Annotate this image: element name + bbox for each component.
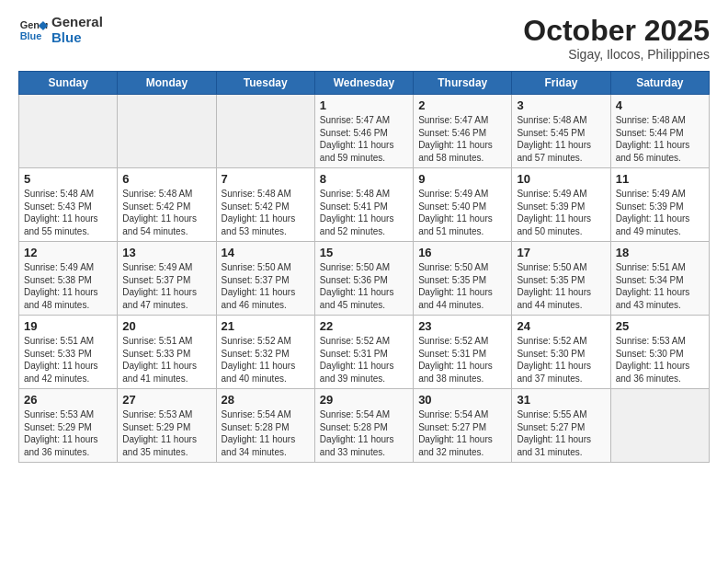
calendar-cell: 13Sunrise: 5:49 AMSunset: 5:37 PMDayligh… [118,242,216,316]
weekday-header-monday: Monday [118,72,216,95]
calendar-cell: 31Sunrise: 5:55 AMSunset: 5:27 PMDayligh… [512,389,610,463]
calendar-week-4: 19Sunrise: 5:51 AMSunset: 5:33 PMDayligh… [19,316,710,389]
calendar-cell: 3Sunrise: 5:48 AMSunset: 5:45 PMDaylight… [512,95,610,168]
day-number: 24 [517,319,605,333]
day-number: 30 [418,393,506,407]
day-number: 13 [122,246,210,259]
calendar-week-1: 1Sunrise: 5:47 AMSunset: 5:46 PMDaylight… [19,95,710,168]
cell-info: Sunrise: 5:49 AMSunset: 5:37 PMDaylight:… [122,261,210,311]
cell-info: Sunrise: 5:52 AMSunset: 5:32 PMDaylight:… [222,335,310,385]
day-number: 12 [24,246,112,259]
cell-info: Sunrise: 5:50 AMSunset: 5:37 PMDaylight:… [222,261,310,311]
calendar-cell: 2Sunrise: 5:47 AMSunset: 5:46 PMDaylight… [414,95,512,168]
cell-info: Sunrise: 5:51 AMSunset: 5:33 PMDaylight:… [122,335,210,385]
calendar-cell: 21Sunrise: 5:52 AMSunset: 5:32 PMDayligh… [216,316,314,389]
weekday-header-row: SundayMondayTuesdayWednesdayThursdayFrid… [19,72,710,95]
cell-info: Sunrise: 5:50 AMSunset: 5:35 PMDaylight:… [418,261,506,311]
calendar-cell: 26Sunrise: 5:53 AMSunset: 5:29 PMDayligh… [19,389,118,463]
day-number: 29 [320,393,408,407]
weekday-header-friday: Friday [512,72,610,95]
cell-info: Sunrise: 5:54 AMSunset: 5:28 PMDaylight:… [320,408,408,458]
calendar-week-5: 26Sunrise: 5:53 AMSunset: 5:29 PMDayligh… [19,389,710,463]
calendar-cell: 27Sunrise: 5:53 AMSunset: 5:29 PMDayligh… [118,389,216,463]
weekday-header-sunday: Sunday [19,72,118,95]
cell-info: Sunrise: 5:53 AMSunset: 5:29 PMDaylight:… [122,408,210,458]
calendar-cell [19,95,118,168]
calendar-cell: 14Sunrise: 5:50 AMSunset: 5:37 PMDayligh… [216,242,314,316]
svg-text:Blue: Blue [20,30,42,41]
calendar-cell: 28Sunrise: 5:54 AMSunset: 5:28 PMDayligh… [216,389,314,463]
calendar-cell [118,95,216,168]
calendar-cell: 22Sunrise: 5:52 AMSunset: 5:31 PMDayligh… [314,316,413,389]
cell-info: Sunrise: 5:51 AMSunset: 5:34 PMDaylight:… [616,261,704,311]
calendar-cell: 12Sunrise: 5:49 AMSunset: 5:38 PMDayligh… [19,242,118,316]
day-number: 31 [517,393,605,407]
calendar-cell: 11Sunrise: 5:49 AMSunset: 5:39 PMDayligh… [610,168,709,242]
cell-info: Sunrise: 5:48 AMSunset: 5:44 PMDaylight:… [616,114,704,164]
day-number: 28 [222,393,310,407]
weekday-header-wednesday: Wednesday [314,72,413,95]
day-number: 1 [320,98,408,112]
day-number: 7 [222,172,310,186]
calendar-cell: 4Sunrise: 5:48 AMSunset: 5:44 PMDaylight… [610,95,709,168]
cell-info: Sunrise: 5:54 AMSunset: 5:27 PMDaylight:… [418,408,506,458]
day-number: 18 [616,246,704,259]
calendar-cell [610,389,709,463]
day-number: 2 [418,98,506,112]
calendar-cell: 1Sunrise: 5:47 AMSunset: 5:46 PMDaylight… [314,95,413,168]
calendar-cell: 25Sunrise: 5:53 AMSunset: 5:30 PMDayligh… [610,316,709,389]
day-number: 11 [616,172,704,186]
logo-icon: General Blue [18,17,48,43]
calendar-cell: 5Sunrise: 5:48 AMSunset: 5:43 PMDaylight… [19,168,118,242]
calendar-cell: 16Sunrise: 5:50 AMSunset: 5:35 PMDayligh… [414,242,512,316]
calendar-table: SundayMondayTuesdayWednesdayThursdayFrid… [18,71,710,463]
calendar-cell: 29Sunrise: 5:54 AMSunset: 5:28 PMDayligh… [314,389,413,463]
month-title: October 2025 [523,15,710,47]
weekday-header-tuesday: Tuesday [216,72,314,95]
cell-info: Sunrise: 5:48 AMSunset: 5:42 PMDaylight:… [122,188,210,237]
cell-info: Sunrise: 5:51 AMSunset: 5:33 PMDaylight:… [24,335,112,385]
day-number: 23 [418,319,506,333]
cell-info: Sunrise: 5:52 AMSunset: 5:30 PMDaylight:… [517,335,605,385]
cell-info: Sunrise: 5:52 AMSunset: 5:31 PMDaylight:… [418,335,506,385]
cell-info: Sunrise: 5:50 AMSunset: 5:36 PMDaylight:… [320,261,408,311]
calendar-cell: 18Sunrise: 5:51 AMSunset: 5:34 PMDayligh… [610,242,709,316]
day-number: 10 [517,172,605,186]
calendar-cell: 10Sunrise: 5:49 AMSunset: 5:39 PMDayligh… [512,168,610,242]
calendar-cell: 23Sunrise: 5:52 AMSunset: 5:31 PMDayligh… [414,316,512,389]
day-number: 20 [122,319,210,333]
day-number: 4 [616,98,704,112]
calendar-week-3: 12Sunrise: 5:49 AMSunset: 5:38 PMDayligh… [19,242,710,316]
calendar-cell: 9Sunrise: 5:49 AMSunset: 5:40 PMDaylight… [414,168,512,242]
day-number: 6 [122,172,210,186]
calendar-cell: 20Sunrise: 5:51 AMSunset: 5:33 PMDayligh… [118,316,216,389]
title-block: October 2025 Sigay, Ilocos, Philippines [523,15,710,62]
header: General Blue General Blue October 2025 S… [18,15,710,62]
cell-info: Sunrise: 5:48 AMSunset: 5:41 PMDaylight:… [320,188,408,237]
calendar-cell: 30Sunrise: 5:54 AMSunset: 5:27 PMDayligh… [414,389,512,463]
calendar-cell: 8Sunrise: 5:48 AMSunset: 5:41 PMDaylight… [314,168,413,242]
day-number: 14 [222,246,310,259]
cell-info: Sunrise: 5:47 AMSunset: 5:46 PMDaylight:… [418,114,506,164]
day-number: 26 [24,393,112,407]
cell-info: Sunrise: 5:48 AMSunset: 5:43 PMDaylight:… [24,188,112,237]
day-number: 16 [418,246,506,259]
logo-line2: Blue [51,30,103,46]
logo: General Blue General Blue [18,15,103,45]
day-number: 3 [517,98,605,112]
day-number: 15 [320,246,408,259]
day-number: 22 [320,319,408,333]
cell-info: Sunrise: 5:53 AMSunset: 5:29 PMDaylight:… [24,408,112,458]
cell-info: Sunrise: 5:53 AMSunset: 5:30 PMDaylight:… [616,335,704,385]
day-number: 25 [616,319,704,333]
day-number: 21 [222,319,310,333]
subtitle: Sigay, Ilocos, Philippines [523,47,710,62]
cell-info: Sunrise: 5:48 AMSunset: 5:42 PMDaylight:… [222,188,310,237]
calendar-cell: 15Sunrise: 5:50 AMSunset: 5:36 PMDayligh… [314,242,413,316]
cell-info: Sunrise: 5:55 AMSunset: 5:27 PMDaylight:… [517,408,605,458]
calendar-cell: 17Sunrise: 5:50 AMSunset: 5:35 PMDayligh… [512,242,610,316]
cell-info: Sunrise: 5:49 AMSunset: 5:39 PMDaylight:… [616,188,704,237]
calendar-week-2: 5Sunrise: 5:48 AMSunset: 5:43 PMDaylight… [19,168,710,242]
day-number: 19 [24,319,112,333]
cell-info: Sunrise: 5:49 AMSunset: 5:38 PMDaylight:… [24,261,112,311]
